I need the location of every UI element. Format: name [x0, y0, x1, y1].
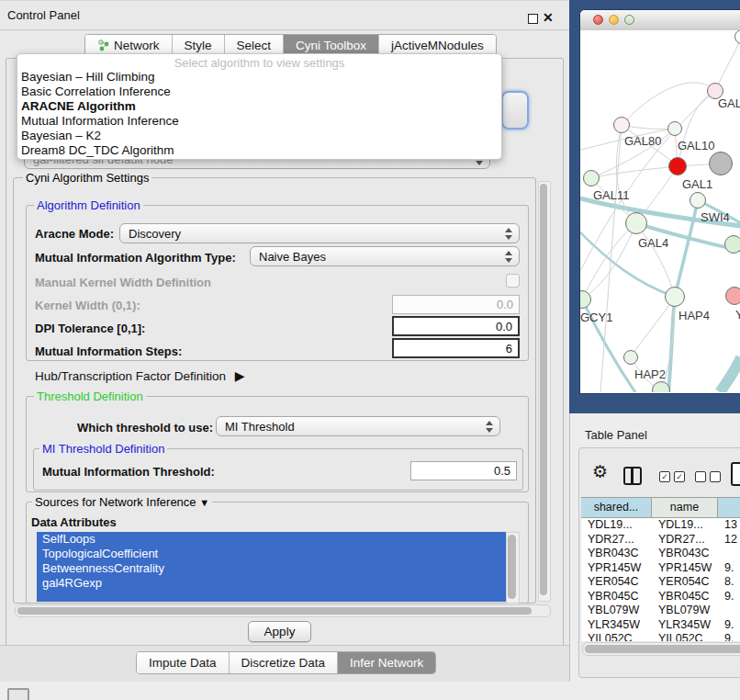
table-row[interactable]: YER054CYER054C8. — [581, 575, 740, 590]
mi-algorithm-type-combo[interactable]: Naive Bayes — [250, 246, 520, 266]
table-cell[interactable]: 9. — [718, 590, 740, 604]
attribute-list-item[interactable]: TopologicalCoefficient — [37, 547, 506, 561]
table-cell[interactable] — [718, 604, 740, 618]
dpi-tolerance-field[interactable]: 0.0 — [392, 316, 520, 336]
table-cell[interactable]: YDL19... — [652, 518, 718, 533]
table-cell[interactable]: YLR345W — [652, 618, 718, 633]
table-cell[interactable]: YBR045C — [652, 590, 718, 604]
column-header-shared...[interactable]: shared... — [581, 498, 652, 517]
network-node-gal80[interactable] — [613, 117, 630, 133]
node-label: GAL4 — [638, 236, 668, 250]
table-cell[interactable]: YDR27... — [581, 533, 652, 548]
which-threshold-combo[interactable]: MI Threshold — [216, 416, 500, 436]
close-traffic-light-icon[interactable] — [593, 15, 603, 25]
table-cell[interactable]: 13 — [718, 518, 740, 533]
tab-discretize-data[interactable]: Discretize Data — [230, 652, 339, 673]
column-header-name[interactable]: name — [652, 498, 718, 517]
network-canvas[interactable]: GALGAL80GAL10GAL1GAL11SWI4GAL4GCY1HAP4YH… — [580, 30, 740, 392]
apply-button[interactable]: Apply — [248, 621, 311, 642]
collapsed-panel-icon[interactable] — [7, 688, 29, 700]
table-row[interactable]: YLR345WYLR345W9. — [581, 618, 740, 633]
algorithm-option[interactable]: Bayesian – K2 — [17, 129, 501, 143]
table-cell[interactable]: YBL079W — [652, 604, 718, 618]
select-all-checks-icon[interactable]: ✓✓ — [659, 471, 685, 482]
network-node[interactable] — [709, 152, 733, 175]
network-node-y[interactable] — [725, 287, 740, 305]
network-node[interactable] — [724, 235, 740, 254]
focused-combo-fragment[interactable] — [501, 91, 529, 130]
table-cell[interactable]: YER054C — [652, 575, 718, 590]
collapse-arrow-icon[interactable]: ▼ — [199, 497, 209, 508]
tab-label: Infer Network — [350, 656, 423, 670]
table-row[interactable]: YIL052CYIL052C9. — [581, 632, 740, 641]
network-node-hap4[interactable] — [665, 287, 685, 307]
table-cell[interactable]: YBR045C — [581, 590, 652, 604]
algorithm-option[interactable]: Bayesian – Hill Climbing — [17, 70, 501, 85]
attribute-list-item[interactable]: gal4RGexp — [37, 576, 506, 591]
table-cell[interactable]: 9. — [718, 632, 740, 641]
network-node-hap2[interactable] — [623, 350, 638, 365]
hub-definition-toggle[interactable]: Hub/Transcription Factor Definition ▶ — [35, 368, 245, 383]
table-cell[interactable]: YPR145W — [581, 561, 652, 576]
attribute-list-scrollbar[interactable] — [506, 532, 520, 604]
table-row[interactable]: YBR045CYBR045C9. — [581, 590, 740, 604]
table-cell[interactable]: 8. — [718, 575, 740, 590]
close-icon[interactable]: ✕ — [543, 10, 554, 25]
tab-impute-data[interactable]: Impute Data — [137, 652, 230, 673]
node-label: GAL80 — [624, 134, 661, 148]
algorithm-option[interactable]: Mutual Information Inference — [17, 114, 501, 129]
table-row[interactable]: YDR27...YDR27...12 — [581, 533, 740, 548]
document-icon[interactable] — [731, 462, 740, 486]
network-node-gal1[interactable] — [668, 157, 687, 175]
deselect-all-checks-icon[interactable] — [695, 471, 721, 482]
table-cell[interactable]: YBR043C — [652, 547, 718, 561]
network-node-gal11[interactable] — [583, 170, 600, 186]
network-node-gal4[interactable] — [625, 212, 647, 234]
manual-kernel-width-checkbox[interactable] — [506, 274, 520, 288]
tab-label: jActiveMNodules — [391, 39, 484, 52]
table-cell[interactable]: YIL052C — [581, 632, 652, 641]
gear-icon[interactable]: ⚙ — [592, 463, 608, 480]
zoom-traffic-light-icon[interactable] — [624, 15, 634, 25]
tab-infer-network[interactable]: Infer Network — [338, 652, 435, 673]
table-cell[interactable]: YLR345W — [581, 618, 652, 633]
attribute-list-item[interactable]: BetweennessCentrality — [37, 561, 506, 576]
settings-horizontal-scrollbar[interactable] — [15, 604, 551, 617]
table-cell[interactable]: YPR145W — [652, 561, 718, 576]
mi-threshold-field[interactable]: 0.5 — [410, 461, 517, 480]
network-window-titlebar[interactable] — [580, 10, 740, 31]
table-row[interactable]: YDL19...YDL19...13 — [581, 518, 740, 533]
table-cell[interactable] — [718, 547, 740, 561]
table-cell[interactable]: YDR27... — [652, 533, 718, 548]
table-row[interactable]: YPR145WYPR145W9. — [581, 561, 740, 576]
table-cell[interactable]: 12 — [718, 533, 740, 548]
table-cell[interactable]: YER054C — [581, 575, 652, 590]
table-cell[interactable]: YIL052C — [652, 632, 718, 641]
column-header-extra[interactable] — [718, 498, 740, 517]
table-cell[interactable]: YDL19... — [581, 518, 652, 533]
table-horizontal-scrollbar[interactable] — [582, 642, 740, 656]
table-cell[interactable]: YBR043C — [581, 547, 652, 561]
settings-group-title: Cyni Algorithm Settings — [23, 171, 151, 185]
table-row[interactable]: YBR043CYBR043C — [581, 547, 740, 561]
algorithm-option[interactable]: Dream8 DC_TDC Algorithm — [17, 143, 501, 158]
table-cell[interactable]: 9. — [718, 561, 740, 576]
minimize-traffic-light-icon[interactable] — [609, 15, 619, 25]
data-attributes-label: Data Attributes — [31, 515, 117, 529]
table-row[interactable]: YBL079WYBL079W — [581, 604, 740, 618]
settings-vertical-scrollbar[interactable] — [538, 181, 551, 602]
mi-steps-field[interactable]: 6 — [392, 338, 520, 358]
table-cell[interactable]: 9. — [718, 618, 740, 633]
algorithm-option[interactable]: ARACNE Algorithm — [17, 99, 501, 114]
float-window-icon[interactable] — [528, 14, 538, 24]
kernel-width-field[interactable]: 0.0 — [392, 295, 520, 314]
data-attributes-list: SelfLoopsTopologicalCoefficientBetweenne… — [37, 532, 506, 602]
network-node-gal10[interactable] — [667, 121, 682, 136]
node-label: GCY1 — [580, 310, 612, 324]
column-layout-icon[interactable] — [623, 467, 642, 485]
table-cell[interactable]: YBL079W — [581, 604, 652, 618]
aracne-mode-combo[interactable]: Discovery — [119, 223, 520, 243]
network-node-swi4[interactable] — [690, 192, 706, 209]
attribute-list-item[interactable]: SelfLoops — [37, 532, 506, 547]
algorithm-option[interactable]: Basic Correlation Inference — [17, 85, 501, 99]
